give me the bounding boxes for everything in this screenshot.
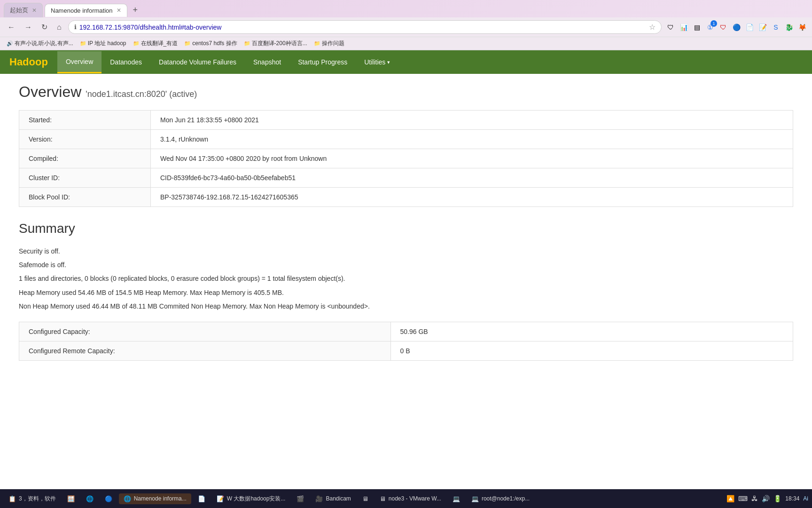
taskbar-item-1-icon: 📋 (8, 495, 16, 502)
tab-1-close[interactable]: ✕ (32, 7, 37, 14)
nav-overview[interactable]: Overview (57, 51, 102, 73)
security-icon: ℹ (74, 24, 77, 31)
taskbar-network-icon[interactable]: 🖧 (751, 495, 758, 502)
extension-icon-4[interactable]: 📄 (744, 22, 755, 32)
refresh-button[interactable]: ↻ (39, 22, 50, 32)
tab-1[interactable]: 起始页 ✕ (4, 3, 43, 17)
taskbar-item-3[interactable]: 🌐 (81, 493, 98, 504)
node-info: 'node1.itcast.cn:8020' (active) (86, 89, 197, 99)
taskbar-item-vmware-label: node3 - VMware W... (389, 495, 441, 502)
table-row: Cluster ID: CID-8539fde6-bc73-4a60-ba50-… (19, 168, 793, 188)
taskbar-item-namenode-label: Namenode informa... (134, 495, 187, 502)
extension-icon-6[interactable]: S (771, 22, 781, 32)
taskbar: 📋 3，资料，软件 🪟 🌐 🔵 🌐 Namenode informa... 📄 … (0, 489, 812, 508)
address-bar-row: ← → ↻ ⌂ ℹ ☆ 🛡 📊 ▤ ① 🛡 🔵 📄 📝 S 🐉 🦊 (0, 17, 812, 37)
tab-1-label: 起始页 (10, 6, 28, 15)
taskbar-item-8[interactable]: 💻 (448, 493, 465, 504)
taskbar-item-4[interactable]: 🔵 (100, 493, 117, 504)
label-version: Version: (19, 130, 151, 149)
taskbar-item-4-icon: 🔵 (105, 495, 112, 502)
bookmark-1[interactable]: 🔊 有声小说,听小说,有声... (5, 39, 75, 48)
extension-icon-1[interactable]: ① (705, 22, 715, 32)
taskbar-keyboard-icon[interactable]: ⌨ (738, 495, 748, 502)
summary-line-0: Security is off. (19, 246, 793, 257)
taskbar-item-1[interactable]: 📋 3，资料，软件 (4, 493, 61, 505)
nav-snapshot[interactable]: Snapshot (245, 52, 289, 72)
table-row: Configured Remote Capacity: 0 B (19, 341, 793, 360)
extension-icon-8[interactable]: 🦊 (797, 22, 807, 32)
forward-button[interactable]: → (22, 22, 35, 32)
taskbar-item-8-icon: 💻 (453, 495, 460, 502)
bookmark-5-icon: 📁 (244, 40, 250, 47)
taskbar-item-bandicam[interactable]: 🎥 Bandicam (311, 493, 355, 504)
bookmark-3[interactable]: 📁 在线翻译_有道 (131, 39, 180, 48)
bookmark-6-label: 操作问题 (322, 40, 344, 48)
hadoop-brand: Hadoop (0, 50, 57, 74)
bookmark-5[interactable]: 📁 百度翻译-200种语言... (242, 39, 309, 48)
value-cluster-id: CID-8539fde6-bc73-4a60-ba50-0b5eefabeb51 (151, 168, 793, 188)
extension-icon-2[interactable]: 🛡 (718, 22, 728, 32)
label-compiled: Compiled: (19, 149, 151, 168)
taskbar-item-5[interactable]: 📄 (193, 493, 210, 504)
bookmark-4-label: centos7 hdfs 操作 (192, 40, 237, 48)
taskbar-item-1-label: 3，资料，软件 (19, 495, 56, 503)
value-block-pool-id: BP-325738746-192.168.72.15-1624271605365 (151, 188, 793, 207)
browser-icons: 🛡 📊 ▤ ① 🛡 🔵 📄 📝 S 🐉 🦊 (665, 22, 807, 32)
tab-2[interactable]: Namenode information ✕ (45, 4, 127, 17)
address-input[interactable] (79, 24, 646, 31)
summary-line-4: Non Heap Memory used 46.44 MB of 48.11 M… (19, 301, 793, 312)
tab-bar: 起始页 ✕ Namenode information ✕ + (0, 0, 812, 17)
bookmark-4-icon: 📁 (184, 40, 191, 47)
extension-icon-5[interactable]: 📝 (757, 22, 768, 32)
taskbar-item-namenode[interactable]: 🌐 Namenode informa... (119, 493, 191, 504)
tab-2-close[interactable]: ✕ (117, 7, 121, 14)
taskbar-item-namenode-icon: 🌐 (124, 495, 131, 502)
bookmark-1-label: 有声小说,听小说,有声... (15, 40, 73, 48)
home-button[interactable]: ⌂ (54, 22, 64, 32)
summary-line-1: Safemode is off. (19, 259, 793, 271)
summary-capacity-table: Configured Capacity: 50.96 GB Configured… (19, 322, 793, 361)
taskbar-item-2-icon: 🪟 (67, 495, 75, 502)
label-configured-remote-capacity: Configured Remote Capacity: (19, 341, 391, 360)
taskbar-item-word-icon: 📝 (217, 495, 224, 502)
taskbar-volume-icon[interactable]: 🔊 (762, 495, 770, 502)
pocket-icon[interactable]: 🛡 (665, 22, 676, 32)
reading-list-icon[interactable]: 📊 (679, 22, 689, 32)
taskbar-item-terminal[interactable]: 💻 root@node1:/exp... (467, 493, 534, 504)
nav-datanodes[interactable]: Datanodes (102, 52, 150, 72)
label-configured-capacity: Configured Capacity: (19, 322, 391, 341)
taskbar-item-terminal-label: root@node1:/exp... (482, 495, 530, 502)
hadoop-nav: Hadoop Overview Datanodes Datanode Volum… (0, 50, 812, 74)
taskbar-item-vmware[interactable]: 🖥 node3 - VMware W... (375, 493, 446, 504)
new-tab-button[interactable]: + (129, 5, 142, 15)
taskbar-item-6[interactable]: 🎬 (292, 493, 309, 504)
table-row: Configured Capacity: 50.96 GB (19, 322, 793, 341)
utilities-dropdown-arrow: ▾ (387, 59, 390, 65)
sidebar-icon[interactable]: ▤ (692, 22, 702, 32)
bookmark-2[interactable]: 📁 IP 地址 hadoop (78, 39, 128, 48)
bookmark-4[interactable]: 📁 centos7 hdfs 操作 (182, 39, 239, 48)
bookmark-6[interactable]: 📁 操作问题 (312, 39, 346, 48)
extension-icon-3[interactable]: 🔵 (731, 22, 742, 32)
nav-utilities[interactable]: Utilities ▾ (356, 52, 398, 72)
value-started: Mon Jun 21 18:33:55 +0800 2021 (151, 111, 793, 130)
taskbar-item-3-icon: 🌐 (86, 495, 94, 502)
taskbar-item-5-icon: 📄 (198, 495, 205, 502)
value-compiled: Wed Nov 04 17:35:00 +0800 2020 by root f… (151, 149, 793, 168)
label-started: Started: (19, 111, 151, 130)
back-button[interactable]: ← (5, 22, 18, 32)
taskbar-left: 📋 3，资料，软件 🪟 🌐 🔵 🌐 Namenode informa... 📄 … (4, 493, 534, 505)
nav-datanode-volume-failures[interactable]: Datanode Volume Failures (150, 52, 245, 72)
taskbar-item-2[interactable]: 🪟 (62, 493, 79, 504)
nav-snapshot-label: Snapshot (253, 58, 281, 66)
nav-startup-progress[interactable]: Startup Progress (289, 52, 356, 72)
taskbar-item-7[interactable]: 🖥 (358, 493, 373, 504)
taskbar-battery-icon[interactable]: 🔋 (773, 495, 781, 502)
extension-icon-7[interactable]: 🐉 (784, 22, 794, 32)
bookmark-button[interactable]: ☆ (649, 23, 656, 32)
taskbar-arrow-icon[interactable]: 🔼 (726, 495, 734, 502)
table-row: Compiled: Wed Nov 04 17:35:00 +0800 2020… (19, 149, 793, 168)
ai-label: Ai (803, 495, 808, 502)
taskbar-item-word[interactable]: 📝 W 大数据hadoop安装... (212, 493, 290, 505)
browser-chrome: 起始页 ✕ Namenode information ✕ + ← → ↻ ⌂ ℹ… (0, 0, 812, 50)
